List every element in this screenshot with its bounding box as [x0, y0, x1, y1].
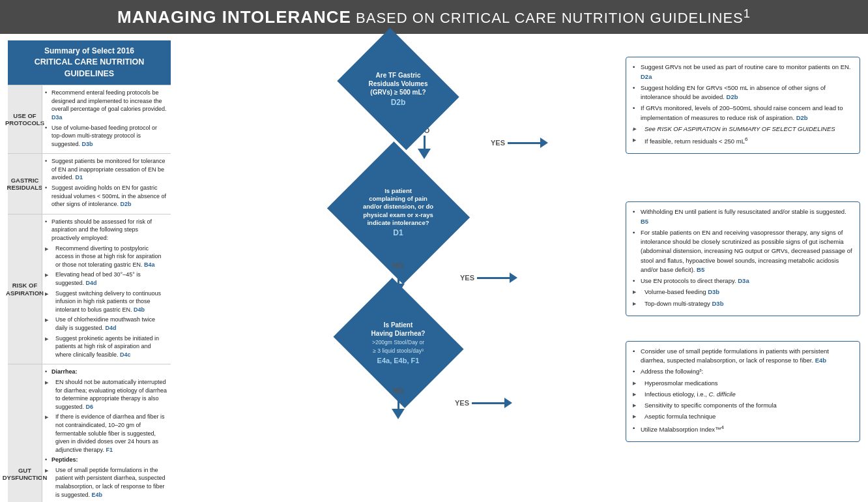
arrow-down3	[392, 409, 405, 419]
list-item: Patients should be assessed for risk of …	[45, 218, 167, 243]
list-item: Suggest prokinetic agents be initiated i…	[45, 334, 167, 359]
diamond3-text: Is PatientHaving Diarrhea? >200gm Stool/…	[360, 321, 437, 365]
diamond2-text: Is patientcomplaining of painand/or dist…	[349, 187, 448, 239]
right-box-1: Suggest GRVs not be used as part of rout…	[626, 57, 860, 154]
section-content-protocols: Recommend enteral feeding protocols be d…	[42, 85, 171, 153]
section-gut: GUTDYSFUNCTION Diarrhea: EN should not b…	[8, 364, 171, 502]
main-content: Summary of Select 2016 CRITICAL CARE NUT…	[0, 34, 868, 502]
header-bold: MANAGING INTOLERANCE	[117, 7, 351, 27]
yes-arrow-line3	[472, 402, 504, 404]
list-item: Recommend enteral feeding protocols be d…	[45, 89, 167, 121]
yes-arrow-line2	[477, 277, 510, 279]
list-item: Utilize Malabsorption Index™4	[633, 424, 853, 434]
left-panel-header: Summary of Select 2016 CRITICAL CARE NUT…	[8, 40, 171, 85]
list-item: For stable patients on EN and receiving …	[633, 228, 853, 274]
list-item: Consider use of small peptide formulatio…	[633, 347, 853, 366]
list-item: Suggest holding EN for GRVs <500 mL in a…	[633, 83, 853, 102]
list-item: Use of volume-based feeding protocol or …	[45, 124, 167, 149]
list-item: Volume-based feeding D3b	[633, 288, 853, 297]
list-item: Elevating head of bed 30°–45° is suggest…	[45, 271, 167, 287]
diamond3-container: Is PatientHaving Diarrhea? >200gm Stool/…	[341, 295, 456, 390]
list-item: See RISK OF ASPIRATION in SUMMARY OF SEL…	[633, 125, 853, 134]
section-content-gut: Diarrhea: EN should not be automatically…	[42, 364, 171, 502]
section-label-protocols: USE OFPROTOCOLS	[8, 85, 42, 153]
diamond2-container: Is patientcomplaining of painand/or dist…	[336, 160, 460, 265]
branch3: NO YES	[181, 387, 616, 419]
list-item: Hyperosmolar medications	[633, 379, 853, 388]
page: MANAGING INTOLERANCE based on Critical C…	[0, 0, 868, 502]
list-item: Sensitivity to specific components of th…	[633, 401, 853, 410]
section-content-gastric: Suggest patients be monitored for tolera…	[42, 154, 171, 214]
header-title: MANAGING INTOLERANCE based on Critical C…	[13, 7, 855, 27]
list-item: Use of small peptide formulations in the…	[45, 466, 167, 499]
yes-arrow-line1	[508, 142, 540, 144]
list-item: Suggest GRVs not be used as part of rout…	[633, 63, 853, 81]
section-label-gastric: GASTRICRESIDUALS	[8, 154, 42, 214]
list-item: Withholding EN until patient is fully re…	[633, 207, 853, 226]
left-panel: Summary of Select 2016 CRITICAL CARE NUT…	[8, 40, 171, 502]
no-branch3: NO	[392, 387, 405, 419]
list-item: Top-down multi-strategy D3b	[633, 299, 853, 308]
list-item: Peptides:	[45, 456, 167, 464]
section-protocols: USE OFPROTOCOLS Recommend enteral feedin…	[8, 85, 171, 153]
arrow-line2	[398, 271, 399, 284]
list-item: Suggest patients be monitored for tolera…	[45, 157, 167, 182]
yes-label2: YES	[460, 274, 474, 282]
section-gastric: GASTRICRESIDUALS Suggest patients be mon…	[8, 153, 171, 214]
list-item: Address the following³:	[633, 367, 853, 376]
list-item: If there is evidence of diarrhea and fib…	[45, 413, 167, 454]
left-panel-title1: Summary of Select 2016	[12, 46, 167, 57]
list-item: If feasible, return residuals < 250 mL6	[633, 136, 853, 146]
list-item: Recommend diverting to postpyloric acces…	[45, 244, 167, 269]
yes-label1: YES	[491, 139, 505, 147]
arrow-line3	[398, 396, 399, 409]
section-label-gut: GUTDYSFUNCTION	[8, 364, 42, 502]
section-content-aspiration: Patients should be assessed for risk of …	[42, 214, 171, 364]
yes-branch1: YES	[491, 138, 548, 148]
right-panel: Suggest GRVs not be used as part of rout…	[626, 40, 860, 502]
list-item: Use of chlorhexidine mouthwash twice dai…	[45, 316, 167, 332]
list-item: Aseptic formula technique	[633, 412, 853, 421]
diamond1: Are TF GastricResiduals Volumes(GRVs) ≥ …	[341, 48, 456, 130]
header: MANAGING INTOLERANCE based on Critical C…	[0, 0, 868, 34]
yes-branch2: YES	[460, 273, 517, 283]
center-flowchart: Are TF GastricResiduals Volumes(GRVs) ≥ …	[177, 40, 619, 502]
section-aspiration: RISK OFASPIRATION Patients should be ass…	[8, 214, 171, 364]
diamond1-text: Are TF GastricResiduals Volumes(GRVs) ≥ …	[356, 71, 441, 108]
diamond2: Is patientcomplaining of painand/or dist…	[336, 160, 460, 265]
no-label2: NO	[393, 261, 404, 269]
yes-arrowhead3	[504, 398, 512, 408]
diamond3: Is PatientHaving Diarrhea? >200gm Stool/…	[341, 295, 456, 390]
right-box-2: Withholding EN until patient is fully re…	[626, 201, 860, 316]
yes-arrowhead2	[510, 273, 517, 283]
yes-arrowhead1	[540, 138, 548, 148]
section-label-aspiration: RISK OFASPIRATION	[8, 214, 42, 364]
yes-branch3: YES	[455, 398, 512, 408]
diamond1-container: Are TF GastricResiduals Volumes(GRVs) ≥ …	[341, 48, 456, 130]
left-panel-title2: CRITICAL CARE NUTRITION GUIDELINES	[12, 57, 167, 80]
list-item: If GRVs monitored, levels of 200–500mL s…	[633, 104, 853, 123]
no-label3: NO	[393, 387, 404, 394]
yes-label3: YES	[455, 399, 469, 407]
right-box-3: Consider use of small peptide formulatio…	[626, 341, 860, 442]
header-normal: based on Critical Care Nutrition Guideli…	[351, 10, 751, 26]
arrow-down1	[418, 149, 431, 159]
list-item: Suggest switching delivery to continuous…	[45, 289, 167, 314]
list-item: Diarrhea:	[45, 368, 167, 376]
list-item: EN should not be automatically interrupt…	[45, 378, 167, 411]
list-item: Use EN protocols to direct therapy. D3a	[633, 276, 853, 286]
list-item: Suggest avoiding holds on EN for gastric…	[45, 184, 167, 209]
list-item: Infectious etiology, i.e., C. difficile	[633, 390, 853, 399]
arrow-line1	[424, 136, 426, 149]
